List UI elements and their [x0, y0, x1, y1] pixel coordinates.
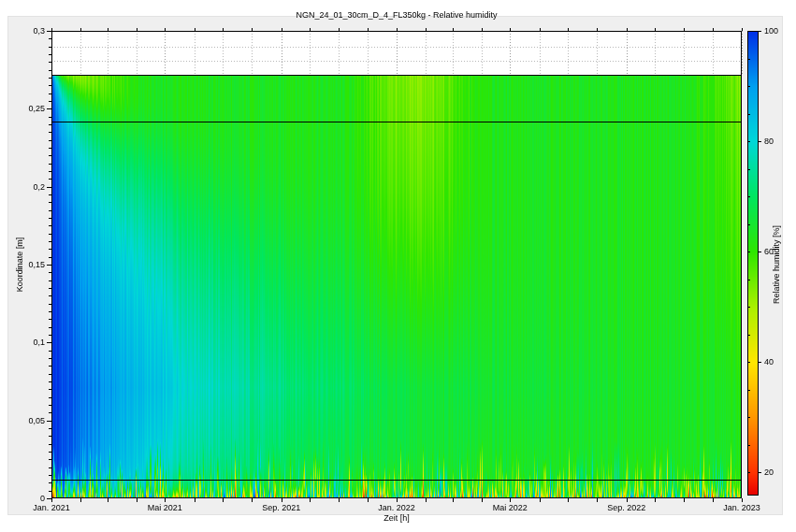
y-tick-label: 0,1 [33, 338, 45, 347]
colorbar-tick-label: 100 [764, 27, 778, 36]
x-tick-label: Jan. 2023 [723, 504, 760, 512]
x-tick-label: Sep. 2021 [262, 504, 300, 512]
x-tick-label: Jan. 2021 [33, 504, 70, 512]
y-tick-label: 0 [40, 495, 45, 503]
y-tick-label: 0,3 [33, 27, 45, 36]
colorbar-tick-label: 40 [764, 358, 774, 367]
x-tick-label: Mai 2022 [493, 504, 528, 512]
chart-title: NGN_24_01_30cm_D_4_FL350kg - Relative hu… [296, 10, 497, 20]
y-axis-title: Koordinate [m] [15, 237, 24, 293]
x-tick-label: Jan. 2022 [378, 504, 415, 512]
screenshot-stage: NGN_24_01_30cm_D_4_FL350kg - Relative hu… [0, 0, 796, 532]
colorbar-tick-label: 60 [764, 248, 774, 256]
y-tick-label: 0,05 [28, 416, 45, 424]
x-tick-label: Mai 2021 [148, 504, 182, 512]
colorbar-tick-label: 80 [764, 137, 774, 146]
y-tick-label: 0,15 [28, 261, 45, 269]
y-tick-label: 0,2 [33, 182, 45, 191]
x-tick-label: Sep. 2022 [607, 504, 645, 512]
x-axis-title: Zeit [h] [384, 513, 410, 523]
colorbar-title: Relative humidity [%] [772, 225, 781, 304]
colorbar-tick-label: 20 [764, 468, 774, 477]
humidity-contour-canvas [0, 0, 796, 532]
y-tick-label: 0,25 [28, 105, 45, 113]
